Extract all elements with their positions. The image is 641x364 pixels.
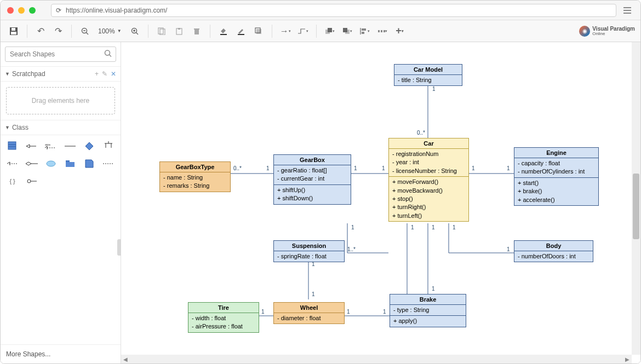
fill-color-button[interactable]	[216, 24, 231, 39]
waypoint-button[interactable]: ▾	[295, 24, 311, 39]
close-window-button[interactable]	[7, 7, 14, 14]
class-title: Brake	[390, 294, 466, 305]
menu-button[interactable]	[621, 4, 634, 17]
class-title: Engine	[514, 148, 598, 158]
uml-class-tire[interactable]: Tire - width : float - airPressure : flo…	[188, 302, 259, 333]
close-icon[interactable]: ✕	[111, 70, 116, 78]
class-title: Car Model	[394, 65, 462, 75]
uml-class-body[interactable]: Body - numberOfDoors : int	[514, 240, 593, 262]
uml-class-car-model[interactable]: Car Model - title : String	[394, 64, 462, 86]
chevron-down-icon: ▼	[5, 71, 10, 77]
scroll-left-icon[interactable]: ◀	[121, 356, 130, 362]
multiplicity: 1	[507, 165, 510, 171]
connector-button[interactable]: → ▾	[278, 24, 293, 39]
uml-class-car[interactable]: Car - registrationNum - year : int - lic…	[388, 138, 469, 222]
address-bar[interactable]: ⟳ https://online.visual-paradigm.com/	[51, 4, 616, 17]
multiplicity: 1	[312, 291, 315, 297]
more-shapes-button[interactable]: More Shapes...	[1, 344, 121, 363]
class-panel-header[interactable]: ▼ Class	[1, 120, 121, 135]
align-button[interactable]: ▾	[357, 24, 373, 39]
realization-shape[interactable]	[101, 140, 116, 153]
class-title: Tire	[188, 303, 259, 313]
search-input[interactable]	[5, 47, 116, 62]
zoom-level[interactable]: 100% ▼	[95, 27, 125, 35]
maximize-window-button[interactable]	[29, 7, 36, 14]
generalization-shape[interactable]	[24, 140, 39, 153]
chevron-down-icon: ▼	[5, 125, 10, 130]
class-op: + start()	[518, 179, 595, 187]
pencil-icon[interactable]: ✎	[102, 70, 107, 78]
scratchpad-panel-header[interactable]: ▼ Scratchpad + ✎ ✕	[1, 66, 121, 82]
multiplicity: 1	[312, 261, 315, 267]
interface-shape[interactable]	[82, 140, 97, 153]
svg-rect-26	[362, 32, 364, 34]
note-shape[interactable]	[82, 157, 97, 170]
aggregation-shape[interactable]	[24, 157, 39, 170]
vertical-scrollbar[interactable]	[632, 42, 640, 355]
brand-logo: ◉ Visual ParadigmOnline	[579, 26, 635, 37]
package-shape[interactable]	[62, 157, 77, 170]
multiplicity: 0..*	[233, 165, 242, 171]
zoom-out-button[interactable]	[77, 24, 93, 39]
uml-class-suspension[interactable]: Suspension - springRate : float	[273, 240, 345, 262]
class-op: + accelerate()	[518, 196, 595, 204]
plus-icon[interactable]: +	[95, 70, 99, 78]
svg-rect-21	[328, 28, 332, 32]
class-attr: - numberOfDoors : int	[518, 252, 590, 261]
line-color-button[interactable]	[233, 24, 249, 39]
class-op: + moveBackward()	[392, 187, 465, 195]
shadow-button[interactable]	[251, 24, 266, 39]
scroll-right-icon[interactable]: ▶	[623, 356, 632, 362]
canvas[interactable]: Car Model - title : String 1 0..* Car - …	[121, 42, 640, 363]
dependency-shape[interactable]	[5, 157, 20, 170]
anchor-shape[interactable]	[101, 157, 116, 170]
distribute-button[interactable]: ▾	[375, 24, 390, 39]
class-attr: - title : String	[398, 76, 459, 84]
uml-class-gearbox[interactable]: GearBox - gearRatio : float[] - currentG…	[273, 154, 351, 205]
multiplicity: 1	[354, 165, 357, 171]
multiplicity: 1	[507, 246, 510, 252]
to-back-button[interactable]: ▾	[340, 24, 355, 39]
minimize-window-button[interactable]	[18, 7, 25, 14]
component-shape[interactable]	[43, 157, 58, 170]
save-button[interactable]	[6, 24, 21, 39]
paste-button[interactable]	[171, 24, 187, 39]
association-shape[interactable]	[62, 140, 77, 153]
svg-rect-23	[343, 28, 347, 32]
lollipop-shape[interactable]	[24, 175, 39, 188]
svg-rect-17	[238, 34, 244, 35]
zoom-in-button[interactable]	[127, 24, 142, 39]
class-title: Body	[514, 241, 593, 251]
class-op: + moveForward()	[392, 178, 465, 186]
scratchpad-drop-zone[interactable]: Drag elements here	[6, 87, 115, 114]
add-button[interactable]: + ▾	[392, 24, 408, 39]
multiplicity: 1	[261, 309, 265, 315]
reload-icon[interactable]: ⟳	[56, 7, 61, 14]
chevron-down-icon: ▼	[117, 28, 122, 33]
panel-title: Scratchpad	[12, 70, 45, 78]
uml-class-engine[interactable]: Engine - capacity : float - numberOfCyli…	[514, 147, 599, 206]
to-front-button[interactable]: ▾	[322, 24, 337, 39]
svg-rect-15	[194, 28, 199, 30]
redo-button[interactable]: ↷	[50, 24, 66, 39]
svg-rect-25	[362, 28, 366, 31]
scrollbar-thumb[interactable]	[633, 174, 639, 239]
constraint-shape[interactable]: { }	[5, 175, 20, 188]
delete-button[interactable]	[189, 24, 204, 39]
class-attr: - diameter : float	[277, 314, 341, 322]
uml-class-brake[interactable]: Brake - type : String + apply()	[390, 294, 466, 327]
copy-button[interactable]	[154, 24, 169, 39]
class-op: + shiftUp()	[277, 186, 347, 194]
class-op: + turnLeft()	[392, 212, 465, 220]
horizontal-scrollbar[interactable]: ◀ ▶	[121, 355, 632, 363]
class-shape[interactable]	[5, 140, 20, 153]
class-attr: - springRate : float	[277, 252, 341, 261]
titlebar: ⟳ https://online.visual-paradigm.com/	[1, 1, 640, 20]
uml-class-gearboxtype[interactable]: GearBoxType - name : String - remarks : …	[159, 161, 231, 192]
class-attr: - width : float	[192, 314, 255, 322]
class-op: + brake()	[518, 187, 595, 195]
search-icon[interactable]	[104, 50, 112, 59]
usage-shape[interactable]: «u»	[43, 140, 58, 153]
undo-button[interactable]: ↶	[33, 24, 48, 39]
uml-class-wheel[interactable]: Wheel - diameter : float	[273, 302, 345, 324]
